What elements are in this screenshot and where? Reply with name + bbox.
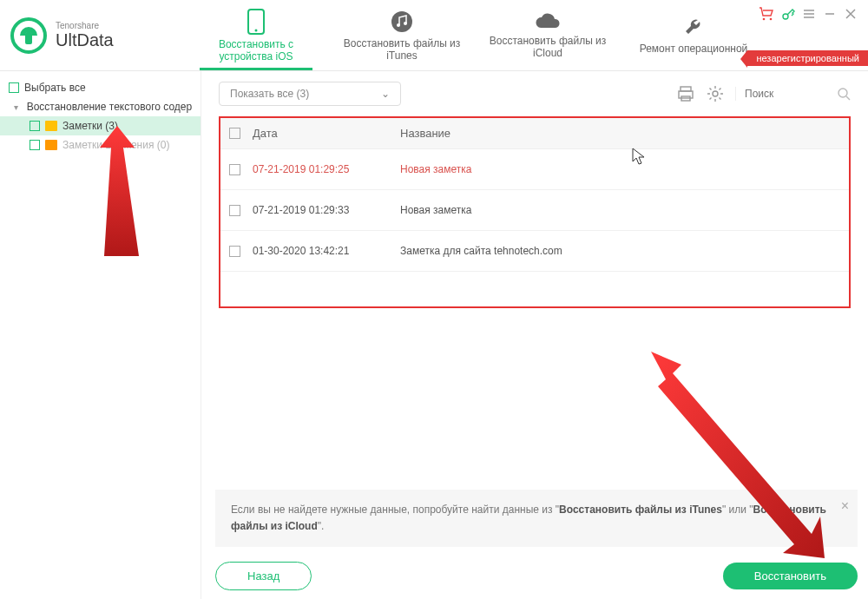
- svg-point-6: [404, 22, 407, 25]
- checkbox[interactable]: [30, 140, 40, 150]
- header: Tenorshare UltData Восстановить с устрой…: [0, 0, 868, 71]
- svg-point-5: [397, 23, 400, 27]
- svg-rect-10: [681, 87, 691, 91]
- sidebar-item-label: Заметки Вложения (0): [62, 139, 169, 151]
- hint-text-mid: " или ": [722, 504, 753, 516]
- col-title-header: Название: [400, 127, 840, 140]
- cell-date: 01-30-2020 13:42:21: [253, 245, 400, 257]
- table-row[interactable]: 07-21-2019 01:29:33 Новая заметка: [220, 190, 849, 231]
- col-date-header: Дата: [253, 127, 400, 140]
- tab-recover-itunes[interactable]: Восстановить файлы из iTunes: [337, 1, 467, 70]
- cell-date: 07-21-2019 01:29:33: [253, 204, 400, 216]
- table-row[interactable]: 01-30-2020 13:42:21 Заметка для сайта te…: [220, 231, 849, 272]
- tab-recover-ios[interactable]: Восстановить с устройства iOS: [191, 1, 321, 70]
- tab-label: Восстановить файлы из iTunes: [337, 37, 467, 62]
- cloud-icon: [534, 12, 562, 31]
- close-icon[interactable]: ×: [841, 495, 849, 517]
- hint-opt1: Восстановить файлы из iTunes: [559, 504, 722, 516]
- select-all-row[interactable]: Выбрать все: [0, 78, 201, 97]
- cell-title: Заметка для сайта tehnotech.com: [400, 245, 840, 257]
- svg-point-7: [763, 18, 766, 21]
- svg-point-13: [713, 91, 718, 96]
- hint-text-suffix: ".: [318, 520, 325, 532]
- tab-recover-icloud[interactable]: Восстановить файлы из iCloud: [483, 1, 613, 70]
- collapse-icon[interactable]: ▾: [14, 102, 22, 112]
- table-header: Дата Название: [220, 118, 849, 149]
- search-input[interactable]: [745, 88, 832, 100]
- attachments-icon: [45, 140, 57, 150]
- unregistered-badge: незарегистрированный: [747, 50, 868, 66]
- dropdown-label: Показать все (3): [230, 88, 309, 100]
- tab-repair-os[interactable]: Ремонт операционной: [628, 1, 759, 70]
- row-checkbox[interactable]: [229, 246, 240, 257]
- cell-title: Новая заметка: [400, 204, 840, 216]
- back-button[interactable]: Назад: [215, 562, 312, 590]
- gear-icon[interactable]: [706, 84, 725, 103]
- table-row[interactable]: 07-21-2019 01:29:25 Новая заметка: [220, 149, 849, 190]
- results-table: Дата Название 07-21-2019 01:29:25 Новая …: [219, 116, 851, 308]
- svg-point-3: [255, 29, 258, 31]
- cell-title: Новая заметка: [400, 163, 840, 175]
- menu-icon[interactable]: [802, 7, 816, 21]
- phone-icon: [247, 9, 266, 35]
- main-tabs: Восстановить с устройства iOS Восстанови…: [191, 1, 759, 70]
- row-checkbox[interactable]: [229, 164, 240, 175]
- wrench-icon: [682, 16, 705, 39]
- hint-message: × Если вы не найдете нужные данные, попр…: [215, 490, 858, 547]
- svg-point-8: [770, 18, 773, 21]
- logo: Tenorshare UltData: [10, 17, 191, 54]
- hint-text-prefix: Если вы не найдете нужные данные, попроб…: [231, 504, 559, 516]
- sidebar: Выбрать все ▾ Восстановление текстового …: [0, 71, 201, 599]
- itunes-icon: [390, 10, 414, 34]
- print-icon[interactable]: [676, 84, 695, 103]
- svg-point-4: [391, 11, 412, 32]
- sidebar-item-label: Заметки (3): [62, 120, 118, 132]
- notes-icon: [45, 121, 57, 131]
- group-label: Восстановление текстового содержимо: [27, 101, 192, 113]
- filter-dropdown[interactable]: Показать все (3) ⌄: [219, 82, 401, 106]
- svg-point-14: [838, 89, 847, 97]
- sidebar-item-notes[interactable]: Заметки (3): [0, 116, 201, 135]
- search-icon: [837, 87, 851, 101]
- search-box[interactable]: [735, 87, 851, 101]
- tab-label: Восстановить файлы из iCloud: [483, 35, 613, 59]
- brand-company: Tenorshare: [56, 21, 114, 30]
- sidebar-group[interactable]: ▾ Восстановление текстового содержимо: [0, 97, 201, 116]
- logo-icon: [10, 17, 47, 54]
- cell-date: 07-21-2019 01:29:25: [253, 163, 400, 175]
- minimize-icon[interactable]: [823, 7, 837, 21]
- checkbox[interactable]: [30, 121, 40, 131]
- toolbar: Показать все (3) ⌄: [201, 71, 868, 116]
- brand-product: UltData: [56, 30, 114, 49]
- close-icon[interactable]: [844, 7, 858, 21]
- svg-rect-1: [25, 32, 32, 44]
- recover-button[interactable]: Восстановить: [723, 563, 858, 589]
- cart-icon[interactable]: [759, 7, 774, 21]
- select-all-label: Выбрать все: [24, 82, 86, 94]
- tab-label: Восстановить с устройства iOS: [191, 38, 321, 63]
- sidebar-item-attachments[interactable]: Заметки Вложения (0): [0, 135, 201, 155]
- key-icon[interactable]: [781, 7, 795, 21]
- tab-label: Ремонт операционной: [640, 43, 748, 55]
- chevron-down-icon: ⌄: [381, 88, 390, 100]
- select-all-checkbox[interactable]: [229, 128, 240, 139]
- row-checkbox[interactable]: [229, 205, 240, 216]
- footer: Назад Восстановить: [215, 562, 858, 590]
- checkbox[interactable]: [9, 82, 19, 93]
